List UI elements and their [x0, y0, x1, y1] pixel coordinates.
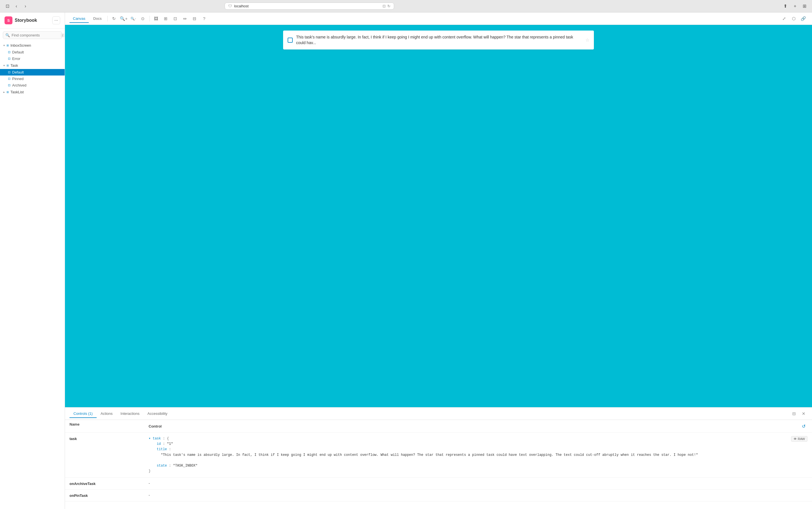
tab-interactions[interactable]: Interactions — [117, 410, 144, 418]
controls-panel: Name Control ↺ task 👁 RAW — [65, 420, 812, 509]
control-value-task: 👁 RAW ▾ task : { id : "1" title : "This … — [149, 436, 808, 474]
nav-group-tasklist: ▸ ⊞ TaskList — [0, 89, 65, 96]
sidebar-toggle-btn[interactable]: ⊡ — [3, 2, 11, 10]
url-text: localhost — [234, 4, 249, 8]
task-pin-icon[interactable]: ☆ — [585, 37, 589, 43]
controls-header: Name Control ↺ — [65, 420, 812, 433]
nav-group-header-tasklist[interactable]: ▸ ⊞ TaskList — [0, 89, 65, 96]
sidebar: S Storybook ··· 🔍 / ▾ ⊞ InboxScreen ⊡ De… — [0, 12, 65, 509]
fullscreen-btn[interactable]: ⤢ — [780, 14, 788, 23]
nav-group-task: ▾ ⊞ Task ⊡ Default ⊡ Pinned ⊡ Archived — [0, 62, 65, 89]
browser-nav: ⊡ ‹ › — [3, 2, 29, 10]
component-group-icon: ⊞ — [6, 64, 9, 67]
browser-action-btns: ⬆ + ⊞ — [781, 2, 809, 10]
search-bar[interactable]: 🔍 / — [3, 31, 62, 39]
search-input[interactable] — [11, 33, 59, 37]
sidebar-header: S Storybook ··· — [0, 12, 65, 29]
nav-group-inboxscreen: ▾ ⊞ InboxScreen ⊡ Default ⊡ Error — [0, 42, 65, 62]
zoom-out-btn[interactable]: 🔍- — [129, 14, 138, 23]
toolbar-right: ⤢ ⬡ 🔗 — [780, 14, 808, 23]
tab-controls[interactable]: Controls (1) — [70, 410, 97, 418]
canvas-area: This task's name is absurdly large. In f… — [65, 25, 812, 407]
control-name-task: task — [70, 436, 149, 441]
bottom-tabs: Controls (1) Actions Interactions Access… — [65, 407, 812, 420]
nav-group-header-task[interactable]: ▾ ⊞ Task — [0, 62, 65, 69]
task-checkbox[interactable] — [288, 38, 293, 43]
sidebar-item-inboxscreen-error[interactable]: ⊡ Error — [0, 56, 65, 62]
zoom-reset-btn[interactable]: ⊙ — [139, 14, 147, 23]
panel-split-btn[interactable]: ⊟ — [790, 410, 798, 418]
browser-chrome: ⊡ ‹ › 🛡 localhost ⊡ ↻ ⬆ + ⊞ — [0, 0, 812, 12]
nav-back-btn[interactable]: ‹ — [12, 2, 20, 10]
task-title: This task's name is absurdly large. In f… — [296, 34, 582, 45]
sidebar-title: Storybook — [15, 18, 37, 23]
toolbar-divider — [149, 16, 150, 22]
nav-group-header-inboxscreen[interactable]: ▾ ⊞ InboxScreen — [0, 42, 65, 49]
tab-actions[interactable]: Actions — [97, 410, 117, 418]
main-content: Canvas Docs ↻ 🔍+ 🔍- ⊙ 🖼 ⊞ ⊡ ⇔ ⊟ ? ⤢ ⬡ 🔗 — [65, 12, 812, 509]
shield-icon: 🛡 — [228, 4, 232, 8]
link-btn[interactable]: 🔗 — [799, 14, 808, 23]
control-row-onArchivetask: onArchiveTask - — [65, 478, 812, 489]
image-btn[interactable]: 🖼 — [152, 14, 160, 23]
nav-group-label-task: Task — [10, 63, 18, 68]
help-btn[interactable]: ? — [200, 14, 209, 23]
nav-item-label: Default — [12, 50, 24, 54]
eye-icon: 👁 — [793, 437, 797, 441]
story-icon: ⊡ — [8, 77, 10, 80]
grid-btn[interactable]: ⊞ — [161, 14, 170, 23]
tab-accessibility[interactable]: Accessibility — [144, 410, 172, 418]
search-shortcut: / — [61, 33, 65, 37]
story-icon: ⊡ — [8, 70, 10, 74]
zoom-in-btn[interactable]: 🔍+ — [119, 14, 128, 23]
tab-docs[interactable]: Docs — [90, 15, 105, 23]
panel-close-btn[interactable]: ✕ — [800, 410, 808, 418]
bottom-panel: Controls (1) Actions Interactions Access… — [65, 407, 812, 509]
task-code-block: ▾ task : { id : "1" title : "This task's… — [149, 436, 808, 474]
nav-item-label: Error — [12, 57, 20, 61]
sidebar-logo: S Storybook — [4, 16, 37, 24]
share-btn[interactable]: ⬆ — [781, 2, 789, 10]
address-bar[interactable]: 🛡 localhost ⊡ ↻ — [225, 3, 394, 10]
chevron-down-icon: ▾ — [3, 44, 5, 47]
nav-item-label: Archived — [12, 83, 27, 88]
control-row-onPinTask: onPinTask - — [65, 489, 812, 501]
tab-canvas[interactable]: Canvas — [70, 15, 89, 23]
tabs-btn[interactable]: ⊞ — [801, 2, 809, 10]
sidebar-item-task-archived[interactable]: ⊡ Archived — [0, 82, 65, 89]
control-value-onPinTask: - — [149, 493, 808, 497]
nav-forward-btn[interactable]: › — [22, 2, 29, 10]
chevron-down-icon: ▾ — [3, 64, 5, 67]
controls-header-right: Control ↺ — [149, 422, 808, 430]
raw-label: RAW — [798, 437, 805, 441]
reset-controls-btn[interactable]: ↺ — [800, 422, 808, 430]
resize-btn[interactable]: ⇔ — [181, 14, 189, 23]
controls-control-header: Control — [149, 424, 161, 429]
story-icon: ⊡ — [8, 57, 10, 61]
sidebar-nav: ▾ ⊞ InboxScreen ⊡ Default ⊡ Error ▾ ⊞ — [0, 41, 65, 509]
new-tab-btn[interactable]: + — [791, 2, 799, 10]
reload-story-btn[interactable]: ↻ — [110, 14, 118, 23]
frame-btn[interactable]: ⊡ — [171, 14, 180, 23]
crop-btn[interactable]: ⊟ — [190, 14, 199, 23]
sidebar-item-task-default[interactable]: ⊡ Default — [0, 69, 65, 75]
control-value-onArchiveTask: - — [149, 481, 808, 485]
raw-btn[interactable]: 👁 RAW — [791, 436, 808, 442]
story-icon: ⊡ — [8, 50, 10, 54]
sidebar-item-inboxscreen-default[interactable]: ⊡ Default — [0, 49, 65, 56]
nav-item-label: Default — [12, 70, 24, 74]
reload-icon[interactable]: ↻ — [387, 4, 391, 8]
control-name-onPinTask: onPinTask — [70, 493, 149, 498]
app-container: S Storybook ··· 🔍 / ▾ ⊞ InboxScreen ⊡ De… — [0, 12, 812, 509]
toolbar-divider — [107, 16, 108, 22]
open-external-btn[interactable]: ⬡ — [789, 14, 798, 23]
sidebar-item-task-pinned[interactable]: ⊡ Pinned — [0, 75, 65, 82]
nav-group-label-tasklist: TaskList — [10, 90, 24, 94]
sidebar-more-btn[interactable]: ··· — [52, 16, 60, 24]
task-card: This task's name is absurdly large. In f… — [283, 31, 594, 49]
nav-item-label: Pinned — [12, 77, 24, 81]
control-row-task: task 👁 RAW ▾ task : { id : "1" title : "… — [65, 433, 812, 478]
story-icon: ⊡ — [8, 83, 10, 87]
controls-name-header: Name — [70, 422, 149, 430]
storybook-logo-icon: S — [4, 16, 12, 24]
